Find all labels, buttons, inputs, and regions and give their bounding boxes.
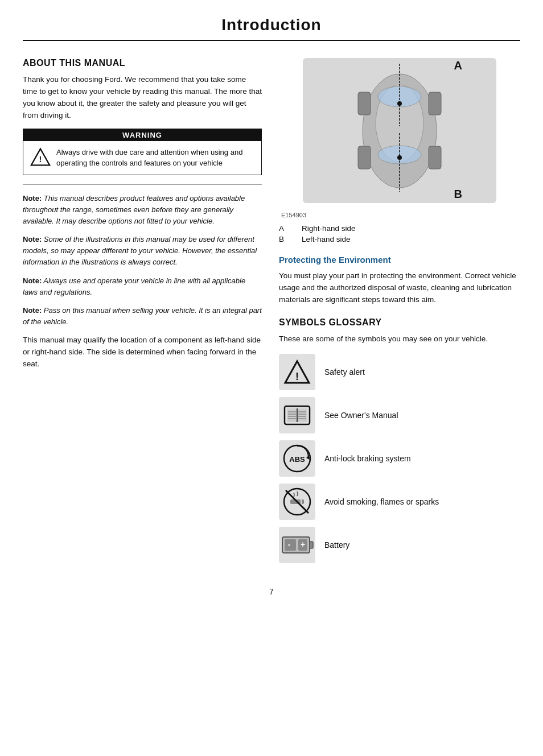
note-4-label: Note: bbox=[23, 306, 42, 315]
symbol-row-safety-alert: ! Safety alert bbox=[279, 354, 520, 390]
no-smoking-label: Avoid smoking, flames or sparks bbox=[324, 497, 439, 506]
safety-alert-label: Safety alert bbox=[324, 367, 365, 377]
legend-row-a: A Right-hand side bbox=[279, 224, 520, 233]
svg-rect-14 bbox=[429, 146, 441, 169]
diagram-label-a: A bbox=[454, 59, 462, 72]
warning-body: ! Always drive with due care and attenti… bbox=[23, 141, 261, 175]
protecting-text: You must play your part in protecting th… bbox=[279, 270, 520, 306]
legend-letter-a: A bbox=[279, 224, 290, 233]
diagram-caption: E154903 bbox=[279, 212, 520, 218]
page-number: 7 bbox=[23, 587, 520, 596]
note-3-label: Note: bbox=[23, 276, 42, 285]
legend-row-b: B Left-hand side bbox=[279, 235, 520, 243]
svg-rect-12 bbox=[429, 92, 441, 115]
svg-rect-13 bbox=[358, 146, 371, 169]
page-header: Introduction bbox=[23, 0, 520, 41]
owners-manual-icon bbox=[279, 397, 315, 433]
note-2: Note: Some of the illustrations in this … bbox=[23, 234, 262, 268]
note-3-text: Always use and operate your vehicle in l… bbox=[23, 276, 245, 296]
symbol-row-abs: ABS Anti-lock braking system bbox=[279, 440, 520, 477]
svg-text:ABS: ABS bbox=[289, 455, 305, 464]
svg-text:!: ! bbox=[39, 155, 42, 164]
svg-text:-: - bbox=[288, 540, 291, 549]
svg-point-9 bbox=[397, 101, 402, 106]
svg-text:!: ! bbox=[295, 371, 299, 382]
note-4: Note: Pass on this manual when selling y… bbox=[23, 305, 262, 328]
svg-line-34 bbox=[286, 490, 308, 513]
note-1-label: Note: bbox=[23, 194, 42, 203]
note-1: Note: This manual describes product feat… bbox=[23, 193, 262, 227]
vehicle-diagram: A B bbox=[303, 58, 496, 206]
note-2-label: Note: bbox=[23, 235, 42, 243]
battery-icon: - + bbox=[279, 527, 315, 563]
about-title: ABOUT THIS MANUAL bbox=[23, 58, 262, 68]
abs-label: Anti-lock braking system bbox=[324, 454, 411, 463]
symbols-title: SYMBOLS GLOSSARY bbox=[279, 317, 520, 328]
note-1-text: This manual describes product features a… bbox=[23, 194, 245, 225]
svg-rect-11 bbox=[358, 92, 371, 115]
battery-label: Battery bbox=[324, 540, 349, 550]
no-smoking-icon bbox=[279, 484, 315, 520]
divider-1 bbox=[23, 184, 262, 185]
note-3: Note: Always use and operate your vehicl… bbox=[23, 275, 262, 298]
symbol-row-no-smoking: Avoid smoking, flames or sparks bbox=[279, 484, 520, 520]
note-4-text: Pass on this manual when selling your ve… bbox=[23, 306, 262, 326]
svg-text:+: + bbox=[301, 540, 305, 549]
abs-icon: ABS bbox=[279, 440, 315, 477]
symbol-row-owners-manual: See Owner's Manual bbox=[279, 397, 520, 433]
warning-label: WARNING bbox=[23, 129, 261, 141]
symbols-intro: These are some of the symbols you may se… bbox=[279, 333, 520, 345]
right-column: A B E154903 A Right-hand side B Left-han… bbox=[279, 58, 520, 570]
location-text: This manual may qualify the location of … bbox=[23, 334, 262, 370]
page-container: Introduction ABOUT THIS MANUAL Thank you… bbox=[0, 0, 543, 756]
page-title: Introduction bbox=[23, 16, 520, 34]
owners-manual-label: See Owner's Manual bbox=[324, 411, 398, 420]
note-2-text: Some of the illustrations in this manual… bbox=[23, 235, 257, 266]
warning-text: Always drive with due care and attention… bbox=[56, 147, 254, 169]
legend-desc-a: Right-hand side bbox=[302, 224, 356, 233]
legend-table: A Right-hand side B Left-hand side bbox=[279, 224, 520, 243]
warning-box: WARNING ! Always drive with due care and… bbox=[23, 129, 262, 175]
legend-desc-b: Left-hand side bbox=[302, 235, 351, 243]
diagram-label-b: B bbox=[454, 188, 462, 201]
left-column: ABOUT THIS MANUAL Thank you for choosing… bbox=[23, 58, 262, 570]
main-content: ABOUT THIS MANUAL Thank you for choosing… bbox=[23, 58, 520, 570]
car-diagram-svg bbox=[303, 58, 496, 203]
protecting-title: Protecting the Environment bbox=[279, 255, 520, 265]
warning-triangle-icon: ! bbox=[30, 147, 51, 167]
svg-point-10 bbox=[397, 155, 402, 160]
symbol-row-battery: - + Battery bbox=[279, 527, 520, 563]
legend-letter-b: B bbox=[279, 235, 290, 243]
safety-alert-icon: ! bbox=[279, 354, 315, 390]
intro-text: Thank you for choosing Ford. We recommen… bbox=[23, 74, 262, 122]
svg-rect-36 bbox=[310, 542, 313, 548]
